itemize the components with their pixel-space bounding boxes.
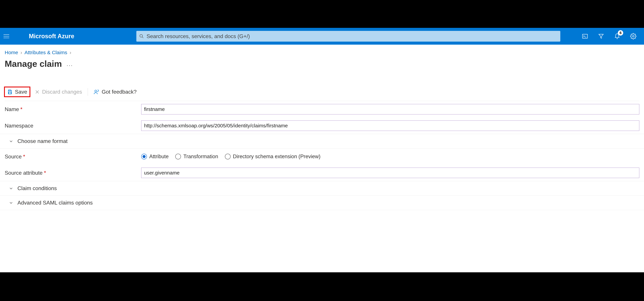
feedback-button[interactable]: Got feedback? bbox=[94, 89, 136, 95]
page-title-row: Manage claim ··· bbox=[0, 55, 644, 69]
search-icon bbox=[139, 34, 144, 39]
svg-point-0 bbox=[140, 35, 142, 37]
radio-dir-ext[interactable]: Directory schema extension (Preview) bbox=[225, 154, 320, 160]
radio-attribute-label: Attribute bbox=[149, 154, 168, 160]
name-label: Name* bbox=[5, 106, 137, 112]
search-wrap bbox=[136, 31, 560, 42]
breadcrumb: Home › Attributes & Claims › bbox=[0, 45, 644, 55]
required-mark: * bbox=[23, 154, 25, 160]
svg-rect-2 bbox=[582, 34, 588, 38]
hamburger-icon bbox=[4, 36, 9, 37]
search-input[interactable] bbox=[146, 33, 558, 40]
accordion-advanced-saml[interactable]: Advanced SAML claims options bbox=[0, 196, 644, 210]
chevron-right-icon: › bbox=[70, 50, 71, 55]
advanced-saml-label: Advanced SAML claims options bbox=[18, 200, 93, 206]
svg-point-5 bbox=[632, 35, 634, 37]
radio-transformation[interactable]: Transformation bbox=[175, 154, 218, 160]
filter-icon[interactable] bbox=[598, 33, 604, 40]
global-search[interactable] bbox=[136, 31, 560, 42]
breadcrumb-attributes-claims[interactable]: Attributes & Claims bbox=[24, 50, 67, 55]
source-label: Source* bbox=[5, 154, 137, 160]
name-input[interactable] bbox=[141, 104, 639, 114]
discard-button[interactable]: Discard changes bbox=[35, 89, 82, 95]
azure-header: Microsoft Azure bbox=[0, 28, 644, 45]
source-attribute-input[interactable] bbox=[141, 168, 639, 178]
claim-conditions-label: Claim conditions bbox=[18, 185, 57, 191]
radio-circle-icon bbox=[225, 154, 230, 159]
namespace-input[interactable] bbox=[141, 120, 639, 131]
radio-circle-icon bbox=[141, 154, 147, 159]
notifications-button[interactable]: 6 bbox=[614, 33, 620, 40]
toolbar: Save Discard changes Got feedback? bbox=[0, 87, 644, 101]
header-icons: 6 bbox=[582, 33, 641, 40]
choose-name-format-label: Choose name format bbox=[18, 138, 68, 144]
svg-marker-4 bbox=[599, 34, 604, 38]
page-title: Manage claim bbox=[5, 59, 62, 69]
more-actions-button[interactable]: ··· bbox=[66, 62, 73, 69]
svg-rect-6 bbox=[9, 90, 11, 91]
save-icon bbox=[7, 89, 12, 95]
svg-line-1 bbox=[142, 37, 143, 38]
toolbar-separator bbox=[88, 88, 88, 96]
required-mark: * bbox=[44, 170, 46, 176]
accordion-claim-conditions[interactable]: Claim conditions bbox=[0, 181, 644, 196]
row-namespace: Namespace bbox=[0, 117, 644, 134]
close-icon bbox=[35, 89, 40, 95]
discard-label: Discard changes bbox=[42, 89, 82, 95]
radio-circle-icon bbox=[175, 154, 181, 159]
radio-attribute[interactable]: Attribute bbox=[141, 154, 168, 160]
accordion-choose-name-format[interactable]: Choose name format bbox=[0, 134, 644, 148]
settings-button[interactable] bbox=[630, 33, 636, 40]
feedback-icon bbox=[94, 89, 99, 95]
row-source: Source* Attribute Transformation Directo… bbox=[0, 148, 644, 165]
row-name: Name* bbox=[0, 101, 644, 117]
feedback-label: Got feedback? bbox=[102, 89, 136, 95]
svg-rect-7 bbox=[9, 92, 11, 94]
radio-transformation-label: Transformation bbox=[183, 154, 218, 160]
required-mark: * bbox=[20, 106, 22, 112]
chevron-right-icon: › bbox=[20, 50, 22, 55]
save-button[interactable]: Save bbox=[7, 89, 27, 95]
notification-badge: 6 bbox=[618, 30, 623, 36]
cloud-shell-button[interactable] bbox=[582, 33, 588, 40]
breadcrumb-home[interactable]: Home bbox=[5, 50, 18, 55]
menu-button[interactable] bbox=[2, 32, 10, 40]
source-radio-group: Attribute Transformation Directory schem… bbox=[141, 154, 320, 160]
source-attribute-label: Source attribute* bbox=[5, 170, 137, 176]
chevron-down-icon bbox=[9, 200, 14, 205]
row-source-attribute: Source attribute* bbox=[0, 165, 644, 181]
chevron-down-icon bbox=[9, 186, 14, 191]
namespace-label: Namespace bbox=[5, 123, 137, 129]
radio-dir-ext-label: Directory schema extension (Preview) bbox=[233, 154, 320, 160]
chevron-down-icon bbox=[9, 139, 14, 144]
save-highlight-box: Save bbox=[4, 87, 30, 97]
save-label: Save bbox=[15, 89, 27, 95]
svg-point-10 bbox=[95, 90, 96, 92]
brand-label[interactable]: Microsoft Azure bbox=[29, 33, 74, 40]
